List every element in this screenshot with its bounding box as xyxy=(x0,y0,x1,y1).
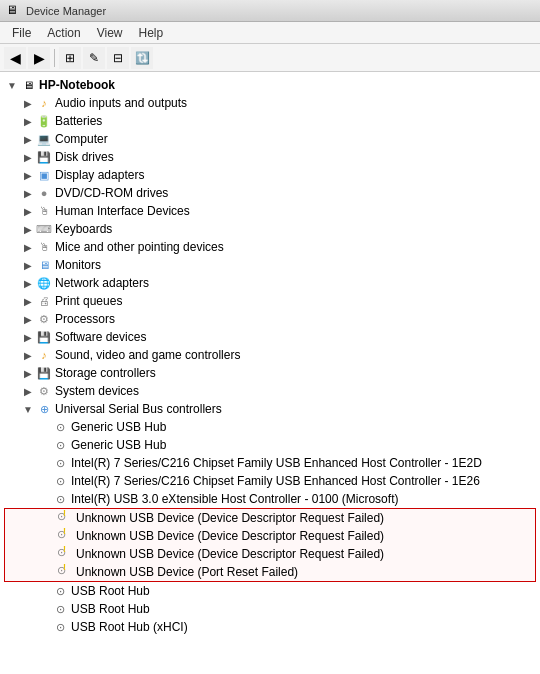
menu-view[interactable]: View xyxy=(89,24,131,42)
item-icon-intel-usb3: ⊙ xyxy=(52,491,68,507)
forward-button[interactable]: ▶ xyxy=(28,47,50,69)
item-label-monitors: Monitors xyxy=(55,258,101,272)
item-label-disk: Disk drives xyxy=(55,150,114,164)
tree-item-mice[interactable]: ▶🖱Mice and other pointing devices xyxy=(0,238,540,256)
expand-icon-monitors: ▶ xyxy=(20,257,36,273)
item-icon-network: 🌐 xyxy=(36,275,52,291)
item-icon-keyboards: ⌨ xyxy=(36,221,52,237)
item-icon-usb-root2: ⊙ xyxy=(52,601,68,617)
item-label-system: System devices xyxy=(55,384,139,398)
item-icon-unknown2: ⊙ ! xyxy=(57,528,73,544)
item-label-intel-usb2: Intel(R) 7 Series/C216 Chipset Family US… xyxy=(71,474,480,488)
item-label-usb-root3: USB Root Hub (xHCI) xyxy=(71,620,188,634)
tree-item-usb-ctrl[interactable]: ▼⊕Universal Serial Bus controllers xyxy=(0,400,540,418)
item-icon-print: 🖨 xyxy=(36,293,52,309)
item-label-mice: Mice and other pointing devices xyxy=(55,240,224,254)
item-icon-intel-usb1: ⊙ xyxy=(52,455,68,471)
item-label-sound: Sound, video and game controllers xyxy=(55,348,240,362)
tree-container[interactable]: ▼ 🖥 HP-Notebook ▶♪Audio inputs and outpu… xyxy=(0,72,540,674)
tree-item-keyboards[interactable]: ▶⌨Keyboards xyxy=(0,220,540,238)
menu-file[interactable]: File xyxy=(4,24,39,42)
expand-icon-display: ▶ xyxy=(20,167,36,183)
expand-icon-print: ▶ xyxy=(20,293,36,309)
expand-icon-keyboards: ▶ xyxy=(20,221,36,237)
menu-action[interactable]: Action xyxy=(39,24,88,42)
tree-item-display[interactable]: ▶▣Display adapters xyxy=(0,166,540,184)
tree-item-storage[interactable]: ▶💾Storage controllers xyxy=(0,364,540,382)
item-icon-unknown3: ⊙ ! xyxy=(57,546,73,562)
tree-item-unknown3[interactable]: ⊙ ! Unknown USB Device (Device Descripto… xyxy=(5,545,535,563)
tree-item-usb-hub1[interactable]: ⊙Generic USB Hub xyxy=(0,418,540,436)
tree-item-monitors[interactable]: ▶🖥Monitors xyxy=(0,256,540,274)
toolbar: ◀ ▶ ⊞ ✎ ⊟ 🔃 xyxy=(0,44,540,72)
item-label-unknown3: Unknown USB Device (Device Descriptor Re… xyxy=(76,547,384,561)
item-icon-hid: 🖱 xyxy=(36,203,52,219)
item-icon-storage: 💾 xyxy=(36,365,52,381)
item-label-usb-root2: USB Root Hub xyxy=(71,602,150,616)
tree-item-usb-hub2[interactable]: ⊙Generic USB Hub xyxy=(0,436,540,454)
tree-item-usb-root1[interactable]: ⊙USB Root Hub xyxy=(0,582,540,600)
tree-item-disk[interactable]: ▶💾Disk drives xyxy=(0,148,540,166)
item-label-unknown4: Unknown USB Device (Port Reset Failed) xyxy=(76,565,298,579)
properties-button[interactable]: ⊞ xyxy=(59,47,81,69)
tree-root[interactable]: ▼ 🖥 HP-Notebook xyxy=(0,76,540,94)
tree-item-sound[interactable]: ▶♪Sound, video and game controllers xyxy=(0,346,540,364)
tree-item-batteries[interactable]: ▶🔋Batteries xyxy=(0,112,540,130)
back-button[interactable]: ◀ xyxy=(4,47,26,69)
item-icon-computer: 💻 xyxy=(36,131,52,147)
item-label-intel-usb1: Intel(R) 7 Series/C216 Chipset Family US… xyxy=(71,456,482,470)
menu-help[interactable]: Help xyxy=(131,24,172,42)
tree-item-computer[interactable]: ▶💻Computer xyxy=(0,130,540,148)
expand-icon-audio: ▶ xyxy=(20,95,36,111)
tree-item-intel-usb2[interactable]: ⊙Intel(R) 7 Series/C216 Chipset Family U… xyxy=(0,472,540,490)
item-icon-unknown4: ⊙ ! xyxy=(57,564,73,580)
item-label-batteries: Batteries xyxy=(55,114,102,128)
tree-item-unknown4[interactable]: ⊙ ! Unknown USB Device (Port Reset Faile… xyxy=(5,563,535,581)
item-label-keyboards: Keyboards xyxy=(55,222,112,236)
tree-item-audio[interactable]: ▶♪Audio inputs and outputs xyxy=(0,94,540,112)
item-label-hid: Human Interface Devices xyxy=(55,204,190,218)
tree-item-unknown2[interactable]: ⊙ ! Unknown USB Device (Device Descripto… xyxy=(5,527,535,545)
item-icon-usb-ctrl: ⊕ xyxy=(36,401,52,417)
scan-button[interactable]: 🔃 xyxy=(131,47,153,69)
item-label-display: Display adapters xyxy=(55,168,144,182)
item-label-intel-usb3: Intel(R) USB 3.0 eXtensible Host Control… xyxy=(71,492,398,506)
expand-icon-system: ▶ xyxy=(20,383,36,399)
item-label-usb-hub1: Generic USB Hub xyxy=(71,420,166,434)
tree-item-usb-root3[interactable]: ⊙USB Root Hub (xHCI) xyxy=(0,618,540,636)
item-icon-software: 💾 xyxy=(36,329,52,345)
item-label-proc: Processors xyxy=(55,312,115,326)
tree-item-software[interactable]: ▶💾Software devices xyxy=(0,328,540,346)
tree-item-print[interactable]: ▶🖨Print queues xyxy=(0,292,540,310)
tree-item-hid[interactable]: ▶🖱Human Interface Devices xyxy=(0,202,540,220)
expand-icon-software: ▶ xyxy=(20,329,36,345)
item-icon-disk: 💾 xyxy=(36,149,52,165)
item-label-usb-root1: USB Root Hub xyxy=(71,584,150,598)
title-bar-text: Device Manager xyxy=(26,5,106,17)
tree-item-intel-usb3[interactable]: ⊙Intel(R) USB 3.0 eXtensible Host Contro… xyxy=(0,490,540,508)
tree-item-system[interactable]: ▶⚙System devices xyxy=(0,382,540,400)
tree-item-network[interactable]: ▶🌐Network adapters xyxy=(0,274,540,292)
item-icon-monitors: 🖥 xyxy=(36,257,52,273)
item-label-audio: Audio inputs and outputs xyxy=(55,96,187,110)
update-button[interactable]: ✎ xyxy=(83,47,105,69)
expand-icon-usb-ctrl: ▼ xyxy=(20,401,36,417)
item-icon-usb-hub1: ⊙ xyxy=(52,419,68,435)
expand-icon-storage: ▶ xyxy=(20,365,36,381)
tree-item-proc[interactable]: ▶⚙Processors xyxy=(0,310,540,328)
item-label-software: Software devices xyxy=(55,330,146,344)
tree-item-dvd[interactable]: ▶●DVD/CD-ROM drives xyxy=(0,184,540,202)
tree-item-intel-usb1[interactable]: ⊙Intel(R) 7 Series/C216 Chipset Family U… xyxy=(0,454,540,472)
expand-icon-computer: ▶ xyxy=(20,131,36,147)
tree-item-usb-root2[interactable]: ⊙USB Root Hub xyxy=(0,600,540,618)
uninstall-button[interactable]: ⊟ xyxy=(107,47,129,69)
item-label-dvd: DVD/CD-ROM drives xyxy=(55,186,168,200)
item-icon-usb-root3: ⊙ xyxy=(52,619,68,635)
tree-item-unknown1[interactable]: ⊙ ! Unknown USB Device (Device Descripto… xyxy=(5,509,535,527)
item-label-unknown1: Unknown USB Device (Device Descriptor Re… xyxy=(76,511,384,525)
item-icon-display: ▣ xyxy=(36,167,52,183)
item-label-unknown2: Unknown USB Device (Device Descriptor Re… xyxy=(76,529,384,543)
expand-icon-sound: ▶ xyxy=(20,347,36,363)
expand-icon-network: ▶ xyxy=(20,275,36,291)
item-icon-proc: ⚙ xyxy=(36,311,52,327)
